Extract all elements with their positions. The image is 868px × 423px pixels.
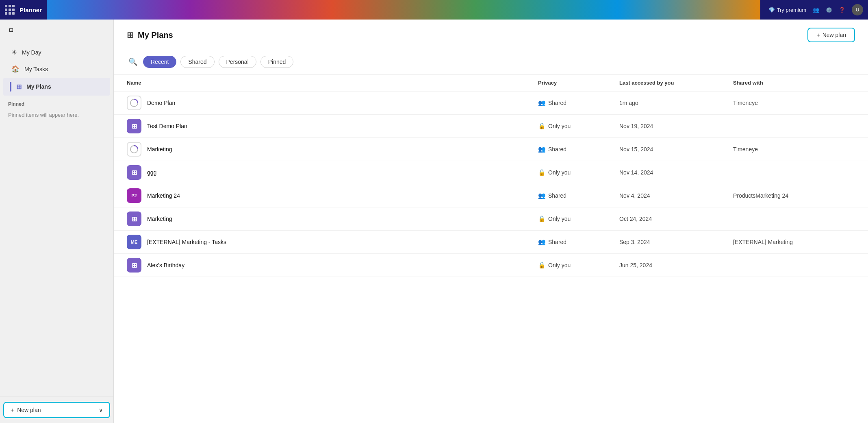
sun-icon: ☀: [11, 48, 17, 56]
page-title-area: ⊞ My Plans: [127, 30, 173, 40]
plan-name-cell: Demo Plan: [127, 96, 538, 110]
last-accessed: Sep 3, 2024: [619, 239, 733, 245]
filter-tab-personal[interactable]: Personal: [219, 56, 256, 68]
plan-icon: ME: [127, 235, 141, 249]
new-plan-header-label: New plan: [822, 32, 846, 38]
lock-icon: 🔒: [538, 169, 546, 176]
lock-icon: 🔒: [538, 215, 546, 222]
plans-title-icon: ⊞: [127, 30, 134, 40]
topbar-actions: 💎 Try premium 👥 ⚙️ ❓ U: [768, 4, 863, 15]
table-header: Name Privacy Last accessed by you Shared…: [114, 75, 868, 92]
sidebar-item-my-tasks[interactable]: 🏠 My Tasks: [3, 61, 110, 77]
table-row[interactable]: ME [EXTERNAL] Marketing - Tasks 👥 Shared…: [114, 231, 868, 254]
new-plan-button-header[interactable]: + New plan: [807, 28, 855, 42]
pinned-empty-text: Pinned items will appear here.: [0, 109, 113, 121]
sidebar-toggle-icon: ⊡: [9, 27, 13, 33]
people-icon[interactable]: 👥: [813, 7, 819, 13]
privacy-text: Only you: [548, 169, 571, 176]
last-accessed: Oct 24, 2024: [619, 216, 733, 222]
lock-icon: 🔒: [538, 262, 546, 269]
shared-with: Timeneye: [733, 100, 855, 106]
active-indicator: [10, 82, 11, 92]
last-accessed: Nov 14, 2024: [619, 169, 733, 176]
plan-name: Marketing: [147, 146, 172, 153]
table-row[interactable]: ⊞ Marketing 🔒 Only you Oct 24, 2024: [114, 207, 868, 231]
plan-name: Marketing: [147, 216, 172, 222]
plan-name: Marketing 24: [147, 192, 180, 199]
search-button[interactable]: 🔍: [127, 56, 139, 68]
diamond-icon: 💎: [768, 7, 775, 13]
plan-icon: [127, 142, 141, 157]
privacy-text: Shared: [548, 192, 566, 199]
privacy-text: Shared: [548, 100, 566, 106]
privacy-text: Shared: [548, 146, 566, 153]
table-row[interactable]: Marketing 👥 Shared Nov 15, 2024 Timeneye: [114, 138, 868, 161]
shared-icon: 👥: [538, 192, 546, 199]
plan-icon: ⊞: [127, 165, 141, 180]
content-header: ⊞ My Plans + New plan: [114, 20, 868, 49]
plan-name: Alex's Birthday: [147, 262, 184, 268]
content-area: ⊞ My Plans + New plan 🔍 Recent Shared Pe…: [114, 20, 868, 423]
privacy-cell: 👥 Shared: [538, 99, 619, 107]
sidebar-item-label: My Day: [22, 49, 41, 56]
plan-icon: ⊞: [127, 258, 141, 273]
table-row[interactable]: ⊞ Alex's Birthday 🔒 Only you Jun 25, 202…: [114, 254, 868, 277]
sidebar-item-my-plans[interactable]: ⊞ My Plans: [3, 78, 110, 96]
table-row[interactable]: ⊞ ggg 🔒 Only you Nov 14, 2024: [114, 161, 868, 184]
table-row[interactable]: P2 Marketing 24 👥 Shared Nov 4, 2024 Pro…: [114, 184, 868, 207]
plan-icon: ⊞: [127, 212, 141, 226]
privacy-cell: 🔒 Only you: [538, 262, 619, 269]
privacy-text: Only you: [548, 216, 571, 222]
privacy-cell: 👥 Shared: [538, 192, 619, 199]
shared-icon: 👥: [538, 99, 546, 107]
col-shared-with: Shared with: [733, 80, 855, 86]
shared-with: [EXTERNAL] Marketing: [733, 239, 855, 245]
new-plan-label: New plan: [17, 407, 41, 413]
plan-name-cell: Marketing: [127, 142, 538, 157]
main-layout: ⊡ ☀ My Day 🏠 My Tasks ⊞ My Plans Pinned …: [0, 20, 868, 423]
banner-image: [47, 0, 760, 20]
privacy-cell: 🔒 Only you: [538, 122, 619, 130]
sidebar: ⊡ ☀ My Day 🏠 My Tasks ⊞ My Plans Pinned …: [0, 20, 114, 423]
shared-with: ProductsMarketing 24: [733, 192, 855, 199]
plan-name: [EXTERNAL] Marketing - Tasks: [147, 239, 226, 245]
shared-icon: 👥: [538, 238, 546, 246]
plan-name-cell: ⊞ Marketing: [127, 212, 538, 226]
avatar[interactable]: U: [852, 4, 863, 15]
filter-tab-recent[interactable]: Recent: [143, 56, 176, 68]
col-privacy: Privacy: [538, 80, 619, 86]
apps-icon[interactable]: [5, 5, 15, 15]
table-row[interactable]: Demo Plan 👥 Shared 1m ago Timeneye: [114, 92, 868, 115]
sidebar-item-my-day[interactable]: ☀ My Day: [3, 44, 110, 60]
col-last-accessed: Last accessed by you: [619, 80, 733, 86]
plan-icon: P2: [127, 188, 141, 203]
privacy-cell: 🔒 Only you: [538, 169, 619, 176]
sidebar-toggle[interactable]: ⊡: [0, 20, 113, 40]
filter-tab-pinned[interactable]: Pinned: [260, 56, 294, 68]
settings-icon[interactable]: ⚙️: [826, 7, 832, 13]
filter-tab-shared[interactable]: Shared: [180, 56, 214, 68]
last-accessed: Nov 19, 2024: [619, 123, 733, 129]
last-accessed: Jun 25, 2024: [619, 262, 733, 268]
table-row[interactable]: ⊞ Test Demo Plan 🔒 Only you Nov 19, 2024: [114, 115, 868, 138]
plan-icon: [127, 96, 141, 110]
chevron-down-icon[interactable]: ∨: [99, 407, 103, 413]
privacy-text: Only you: [548, 123, 571, 129]
plan-name: ggg: [147, 169, 156, 176]
last-accessed: Nov 4, 2024: [619, 192, 733, 199]
sidebar-toggle-button[interactable]: ⊡: [7, 24, 16, 35]
new-plan-button-sidebar[interactable]: + New plan ∨: [3, 402, 110, 418]
last-accessed: Nov 15, 2024: [619, 146, 733, 153]
sidebar-nav: ☀ My Day 🏠 My Tasks ⊞ My Plans Pinned Pi…: [0, 40, 113, 397]
privacy-cell: 👥 Shared: [538, 146, 619, 153]
try-premium-button[interactable]: 💎 Try premium: [768, 7, 806, 13]
sidebar-item-label: My Plans: [26, 83, 51, 90]
privacy-text: Only you: [548, 262, 571, 268]
plus-icon: +: [11, 407, 14, 413]
sidebar-footer: + New plan ∨: [0, 397, 113, 423]
sidebar-item-label: My Tasks: [24, 66, 48, 72]
last-accessed: 1m ago: [619, 100, 733, 106]
shared-icon: 👥: [538, 146, 546, 153]
help-icon[interactable]: ❓: [839, 7, 845, 13]
privacy-cell: 👥 Shared: [538, 238, 619, 246]
